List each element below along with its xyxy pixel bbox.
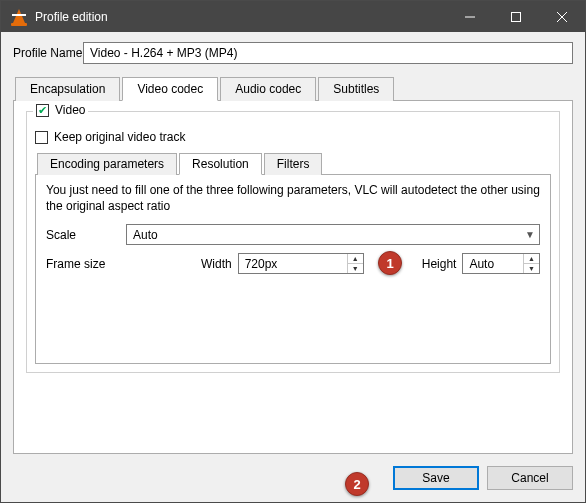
width-spinner[interactable]: 720px ▲ ▼	[238, 253, 364, 274]
video-checkbox-label: Video	[55, 103, 85, 117]
chevron-down-icon: ▼	[525, 229, 535, 240]
keep-original-label: Keep original video track	[54, 130, 185, 144]
resolution-help-text: You just need to fill one of the three f…	[46, 183, 540, 214]
titlebar: Profile edition	[1, 1, 585, 32]
scale-select[interactable]: Auto ▼	[126, 224, 540, 245]
callout-2: 2	[345, 472, 369, 496]
svg-rect-1	[512, 12, 521, 21]
main-tabs: Encapsulation Video codec Audio codec Su…	[15, 77, 573, 101]
window-title: Profile edition	[35, 10, 447, 24]
tab-encapsulation[interactable]: Encapsulation	[15, 77, 120, 101]
video-checkbox[interactable]: ✔	[36, 104, 49, 117]
subtab-filters[interactable]: Filters	[264, 153, 323, 175]
profile-name-label: Profile Name	[13, 46, 83, 60]
scale-label: Scale	[46, 228, 126, 242]
video-subtabs: Encoding parameters Resolution Filters	[37, 153, 551, 175]
vlc-cone-icon	[11, 9, 27, 25]
height-value: Auto	[463, 257, 523, 271]
width-label: Width	[201, 257, 232, 271]
callout-1: 1	[378, 251, 402, 275]
scale-value: Auto	[133, 228, 158, 242]
tab-audio-codec[interactable]: Audio codec	[220, 77, 316, 101]
subtab-encoding-parameters[interactable]: Encoding parameters	[37, 153, 177, 175]
height-spin-up[interactable]: ▲	[524, 254, 539, 264]
save-button[interactable]: Save	[393, 466, 479, 490]
cancel-button[interactable]: Cancel	[487, 466, 573, 490]
dialog-footer: Save Cancel 2	[13, 454, 573, 490]
height-spin-down[interactable]: ▼	[524, 264, 539, 273]
height-label: Height	[422, 257, 457, 271]
profile-name-input[interactable]	[83, 42, 573, 64]
tab-subtitles[interactable]: Subtitles	[318, 77, 394, 101]
keep-original-checkbox[interactable]	[35, 131, 48, 144]
close-button[interactable]	[539, 1, 585, 32]
resolution-panel: You just need to fill one of the three f…	[35, 174, 551, 364]
video-codec-panel: ✔ Video Keep original video track Encodi…	[13, 100, 573, 454]
height-spinner[interactable]: Auto ▲ ▼	[462, 253, 540, 274]
subtab-resolution[interactable]: Resolution	[179, 153, 262, 175]
width-value: 720px	[239, 257, 329, 271]
minimize-button[interactable]	[447, 1, 493, 32]
video-fieldset: ✔ Video Keep original video track Encodi…	[26, 111, 560, 373]
tab-video-codec[interactable]: Video codec	[122, 77, 218, 101]
profile-edition-window: Profile edition Profile Name Encapsulati…	[0, 0, 586, 503]
maximize-button[interactable]	[493, 1, 539, 32]
frame-size-label: Frame size	[46, 257, 201, 271]
width-spin-down[interactable]: ▼	[348, 264, 363, 273]
width-spin-up[interactable]: ▲	[348, 254, 363, 264]
